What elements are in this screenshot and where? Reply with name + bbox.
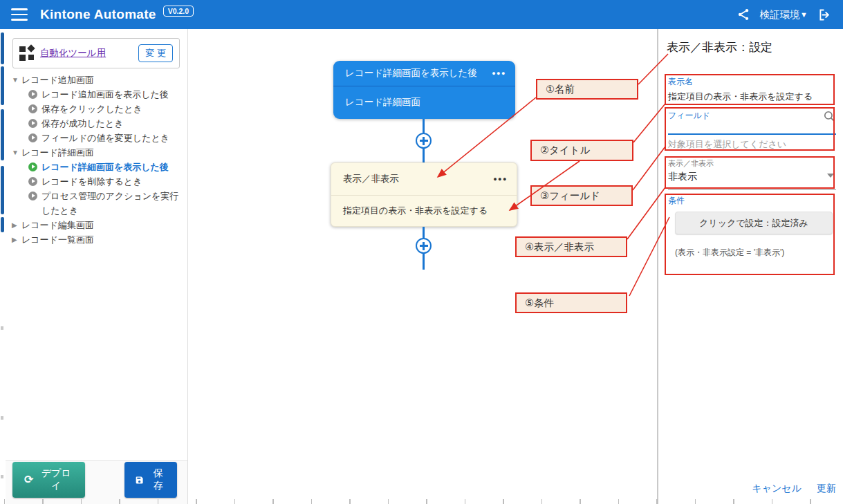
event-play-icon [28,177,37,186]
sync-icon: ⟳ [24,475,33,485]
visibility-underline [668,189,836,190]
field-section: フィールド 対象項目を選択してください [668,110,836,151]
settings-panel: 表示／非表示：設定 表示名 指定項目の表示・非表示を設定する フィールド 対象項… [657,29,843,504]
add-step-icon[interactable] [416,133,432,149]
deploy-button[interactable]: ⟳ デプロイ [12,462,85,498]
panel-title: 表示／非表示：設定 [667,39,772,55]
tree-item[interactable]: プロセス管理のアクションを実行したとき [6,189,187,218]
condition-section: 条件 クリックで設定：設定済み (表示・非表示設定 = '非表示') [668,195,836,259]
sidebar-footer: ⟳ デプロイ 保存 [6,460,187,504]
annotation-visibility: ④表示／非表示 [515,236,627,257]
chevron-down-icon [827,174,834,178]
tree-group-record-add[interactable]: ▼ レコード追加画面 [6,73,187,87]
condition-label: 条件 [668,195,836,207]
visibility-value: 非表示 [668,171,836,183]
action-node-title: 表示／非表示 [343,173,399,185]
tree-item-active[interactable]: レコード詳細画面を表示した後 [6,160,187,174]
event-play-icon [28,104,37,113]
visibility-label: 表示／非表示 [668,158,836,169]
annotation-name: ①名前 [536,79,638,100]
version-badge: V0.2.0 [163,6,194,17]
floppy-icon [135,475,144,485]
condition-set-button[interactable]: クリックで設定：設定済み [675,212,833,234]
add-step-icon[interactable] [416,238,432,254]
event-play-icon [28,133,37,142]
more-icon[interactable]: ●●● [493,176,508,183]
update-button[interactable]: 更新 [817,483,836,495]
top-bar: Kintone Automate V0.2.0 検証環境 ▼ [0,0,843,29]
sidebar: 自動化ツール用 変 更 ▼ レコード追加画面 レコード追加画面を表示した後 保存… [6,29,188,504]
chevron-right-icon: ▶ [12,218,21,232]
environment-selector[interactable]: 検証環境 ▼ [760,8,808,21]
more-icon[interactable]: ●●● [492,70,506,77]
cancel-button[interactable]: キャンセル [752,483,802,495]
field-input-underline[interactable] [668,133,836,135]
annotation-title: ②タイトル [530,140,633,161]
tree-item[interactable]: フィールドの値を変更したとき [6,131,187,145]
menu-icon[interactable] [11,8,28,21]
app-window: Kintone Automate V0.2.0 検証環境 ▼ [0,0,843,504]
chevron-down-icon: ▼ [12,73,21,87]
trigger-node-title: レコード詳細画面を表示した後 [345,67,477,80]
tree-group-record-list[interactable]: ▶ レコード一覧画面 [6,232,187,247]
app-link[interactable]: 自動化ツール用 [40,47,106,59]
action-node[interactable]: 表示／非表示 ●●● 指定項目の表示・非表示を設定する [331,162,517,227]
field-label: フィールド [668,110,710,122]
save-button[interactable]: 保存 [124,462,177,498]
event-tree: ▼ レコード追加画面 レコード追加画面を表示した後 保存をクリックしたとき 保存… [6,73,187,247]
tree-item[interactable]: 保存が成功したとき [6,116,187,131]
app-icon [19,46,35,61]
chevron-down-icon: ▼ [800,10,808,19]
tree-item[interactable]: レコードを削除するとき [6,174,187,189]
event-play-icon [28,162,37,171]
share-icon[interactable] [737,8,750,21]
tree-group-record-edit[interactable]: ▶ レコード編集画面 [6,218,187,232]
trigger-node-subtitle: レコード詳細画面 [333,86,515,118]
event-play-icon [28,192,37,200]
tree-item[interactable]: レコード追加画面を表示した後 [6,87,187,102]
edge-scroll-markers [0,29,6,504]
trigger-node[interactable]: レコード詳細画面を表示した後 ●●● レコード詳細画面 [333,61,515,119]
chevron-down-icon: ▼ [12,145,21,160]
chevron-right-icon: ▶ [12,232,21,247]
visibility-dropdown[interactable]: 表示／非表示 非表示 [668,158,836,190]
app-selector-box: 自動化ツール用 変 更 [12,38,180,68]
display-name-label: 表示名 [668,76,813,88]
logout-icon[interactable] [817,8,832,22]
event-play-icon [28,90,37,99]
app-title: Kintone Automate [40,7,156,22]
action-node-subtitle: 指定項目の表示・非表示を設定する [331,196,517,226]
event-play-icon [28,119,37,128]
tree-item[interactable]: 保存をクリックしたとき [6,102,187,116]
environment-label: 検証環境 [760,8,800,21]
change-app-button[interactable]: 変 更 [138,44,173,62]
tree-group-record-detail[interactable]: ▼ レコード詳細画面 [6,145,187,160]
display-name-section: 表示名 指定項目の表示・非表示を設定する [668,76,813,103]
annotation-condition: ⑤条件 [515,292,627,313]
annotation-field: ③フィールド [530,185,633,206]
condition-summary: (表示・非表示設定 = '非表示') [675,247,836,259]
display-name-value[interactable]: 指定項目の表示・非表示を設定する [668,91,813,103]
field-placeholder: 対象項目を選択してください [668,138,836,151]
search-icon[interactable] [823,110,836,123]
